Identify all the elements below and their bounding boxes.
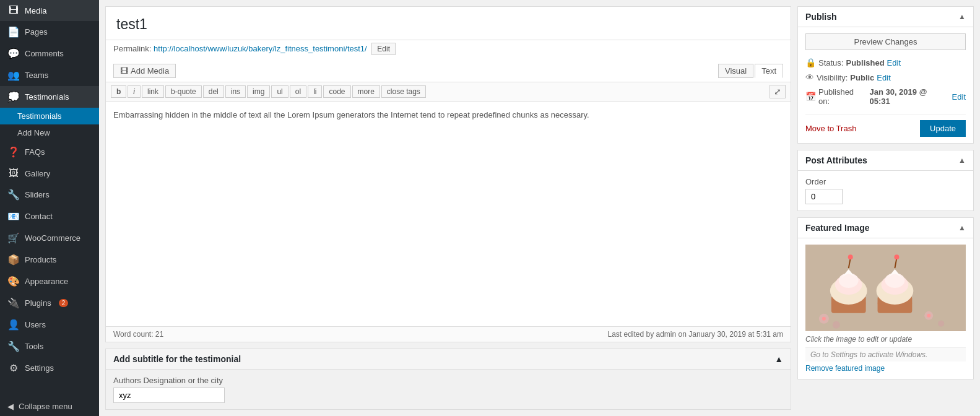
- editor-toolbar-top: 🎞 Add Media Visual Text: [106, 60, 791, 82]
- format-ins-button[interactable]: ins: [225, 85, 246, 98]
- sidebar-item-woocommerce[interactable]: 🛒 WooCommerce: [0, 227, 99, 249]
- sidebar-item-settings[interactable]: ⚙ Settings: [0, 357, 99, 379]
- published-on-edit-link[interactable]: Edit: [952, 92, 966, 102]
- text-tab[interactable]: Text: [755, 64, 783, 78]
- format-more-button[interactable]: more: [352, 85, 380, 98]
- sidebar-item-appearance[interactable]: 🎨 Appearance: [0, 271, 99, 292]
- status-edit-link[interactable]: Edit: [887, 58, 901, 67]
- subtitle-toggle-icon[interactable]: ▲: [774, 354, 783, 364]
- status-row: 🔒 Status: Published Edit: [805, 55, 966, 70]
- settings-icon: ⚙: [7, 362, 20, 374]
- publish-metabox-body: Preview Changes 🔒 Status: Published Edit…: [798, 27, 973, 143]
- format-li-button[interactable]: li: [308, 85, 322, 98]
- move-to-trash-link[interactable]: Move to Trash: [805, 124, 856, 133]
- post-title-area: [106, 7, 791, 40]
- visibility-edit-link[interactable]: Edit: [877, 73, 890, 82]
- permalink-link[interactable]: http://localhost/www/luzuk/bakery/lz_fit…: [154, 44, 367, 53]
- subtitle-box: Add subtitle for the testimonial ▲ Autho…: [105, 349, 791, 410]
- permalink-bar: Permalink: http://localhost/www/luzuk/ba…: [106, 40, 791, 60]
- format-bquote-button[interactable]: b-quote: [165, 85, 202, 98]
- svg-point-16: [833, 321, 840, 329]
- expand-editor-button[interactable]: ⤢: [770, 85, 786, 98]
- add-media-button[interactable]: 🎞 Add Media: [113, 64, 176, 78]
- sidebar-item-contact[interactable]: 📧 Contact: [0, 206, 99, 227]
- contact-icon: 📧: [7, 210, 20, 222]
- permalink-edit-button[interactable]: Edit: [371, 43, 396, 55]
- sidebar-item-faqs[interactable]: ❓ FAQs: [0, 141, 99, 163]
- visibility-row: 👁 Visibility: Public Edit: [805, 70, 966, 85]
- format-ul-button[interactable]: ul: [271, 85, 288, 98]
- visibility-icon: 👁: [805, 72, 814, 82]
- format-del-button[interactable]: del: [203, 85, 224, 98]
- svg-point-12: [885, 273, 905, 288]
- visual-tab[interactable]: Visual: [718, 64, 753, 78]
- post-attributes-header: Post Attributes ▲: [798, 150, 973, 171]
- format-toolbar: b i link b-quote del ins img ul ol li co…: [106, 82, 791, 102]
- featured-image-metabox: Featured Image ▲: [797, 217, 974, 379]
- order-input[interactable]: [805, 189, 843, 204]
- tools-icon: 🔧: [7, 340, 20, 352]
- svg-point-14: [894, 254, 899, 259]
- svg-point-20: [927, 314, 930, 318]
- products-icon: 📦: [7, 254, 20, 266]
- sidebar-item-gallery[interactable]: 🖼 Gallery: [0, 163, 99, 184]
- featured-image-thumbnail[interactable]: [805, 245, 966, 331]
- format-i-button[interactable]: i: [128, 85, 141, 98]
- collapse-icon: ◀: [7, 402, 14, 411]
- sidebar-item-tools[interactable]: 🔧 Tools: [0, 336, 99, 357]
- remove-featured-image-link[interactable]: Remove featured image: [805, 364, 966, 373]
- svg-point-7: [848, 254, 853, 259]
- format-link-button[interactable]: link: [142, 85, 164, 98]
- svg-point-18: [938, 321, 944, 327]
- media-icon: 🎞: [7, 5, 20, 16]
- activate-windows-banner: Go to Settings to activate Windows.: [805, 347, 966, 362]
- post-attributes-body: Order: [798, 171, 973, 210]
- woocommerce-icon: 🛒: [7, 232, 20, 244]
- post-title-input[interactable]: [113, 13, 783, 36]
- format-ol-button[interactable]: ol: [290, 85, 306, 98]
- publish-toggle-icon[interactable]: ▲: [958, 12, 966, 21]
- publish-metabox-header: Publish ▲: [798, 7, 973, 27]
- format-close-tags-button[interactable]: close tags: [381, 85, 426, 98]
- teams-icon: 👥: [7, 69, 20, 81]
- subtitle-input[interactable]: [113, 388, 225, 403]
- status-icon: 🔒: [805, 58, 816, 67]
- format-img-button[interactable]: img: [247, 85, 270, 98]
- users-icon: 👤: [7, 319, 20, 331]
- sidebar-item-media[interactable]: 🎞 Media: [0, 0, 99, 21]
- sidebar-sub-add-new[interactable]: Add New: [0, 124, 99, 141]
- featured-image-toggle-icon[interactable]: ▲: [958, 223, 966, 232]
- add-media-icon: 🎞: [120, 66, 128, 76]
- faqs-icon: ❓: [7, 146, 20, 158]
- featured-image-svg: [805, 245, 966, 331]
- sidebar-item-teams[interactable]: 👥 Teams: [0, 64, 99, 86]
- featured-image-header: Featured Image ▲: [798, 218, 973, 238]
- sidebar-item-plugins[interactable]: 🔌 Plugins 2: [0, 292, 99, 314]
- svg-point-19: [822, 317, 826, 321]
- post-attributes-toggle-icon[interactable]: ▲: [958, 156, 966, 165]
- sidebar-item-comments[interactable]: 💬 Comments: [0, 43, 99, 64]
- format-b-button[interactable]: b: [111, 85, 126, 98]
- sidebar-item-pages[interactable]: 📄 Pages: [0, 21, 99, 43]
- publish-actions: Move to Trash Update: [805, 115, 966, 137]
- appearance-icon: 🎨: [7, 275, 20, 287]
- sliders-icon: 🔧: [7, 189, 20, 201]
- preview-changes-button[interactable]: Preview Changes: [805, 33, 966, 50]
- sidebar-item-users[interactable]: 👤 Users: [0, 314, 99, 336]
- collapse-menu-button[interactable]: ◀ Collapse menu: [0, 397, 99, 416]
- format-code-button[interactable]: code: [323, 85, 350, 98]
- publish-metabox: Publish ▲ Preview Changes 🔒 Status: Publ…: [797, 6, 974, 144]
- sidebar-item-products[interactable]: 📦 Products: [0, 249, 99, 271]
- testimonials-icon: 💭: [7, 91, 20, 103]
- sidebar-sub-testimonials-all[interactable]: Testimonials: [0, 108, 99, 124]
- subtitle-body: Authors Designation or the city: [106, 370, 791, 409]
- comments-icon: 💬: [7, 48, 20, 59]
- plugins-icon: 🔌: [7, 297, 20, 309]
- published-on-row: 📅 Published on: Jan 30, 2019 @ 05:31 Edi…: [805, 85, 966, 108]
- content-area: Permalink: http://localhost/www/luzuk/ba…: [99, 0, 980, 416]
- post-attributes-metabox: Post Attributes ▲ Order: [797, 150, 974, 211]
- sidebar-item-testimonials[interactable]: 💭 Testimonials: [0, 86, 99, 108]
- editor-content-area[interactable]: Embarrassing hidden in the middle of tex…: [106, 102, 791, 326]
- update-button[interactable]: Update: [920, 120, 966, 137]
- sidebar-item-sliders[interactable]: 🔧 Sliders: [0, 184, 99, 206]
